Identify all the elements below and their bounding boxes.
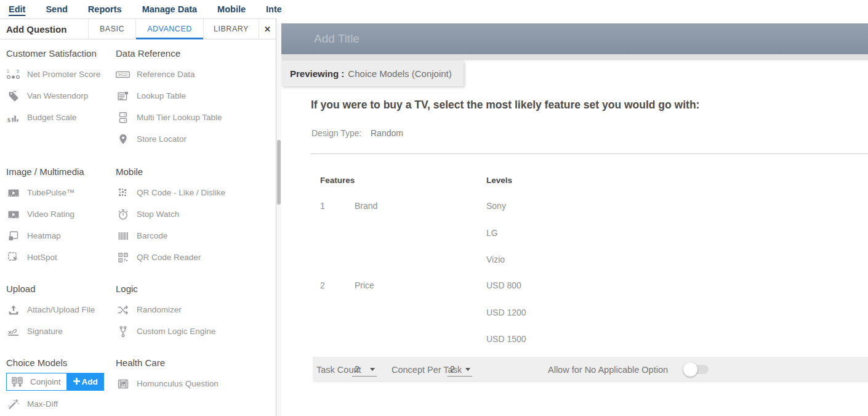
no-applicable-option-label: Allow for No Applicable Option	[548, 357, 668, 382]
item-van-westendorp[interactable]: Van Westendorp	[6, 85, 113, 107]
item-attach-upload-file[interactable]: Attach/Upload File	[6, 299, 113, 320]
qr-code-icon	[116, 187, 130, 199]
add-button-label: Add	[82, 377, 98, 386]
item-barcode[interactable]: Barcode	[116, 225, 275, 247]
barcode-icon	[116, 230, 130, 242]
item-qr-like-dislike[interactable]: QR Code - Like / Dislike	[116, 182, 275, 203]
item-label: Store Locator	[137, 134, 187, 144]
nav-manage-data[interactable]: Manage Data	[142, 4, 197, 14]
svg-text:5: 5	[17, 69, 19, 73]
add-conjoint-button[interactable]: Add	[67, 373, 104, 391]
level-value: Vizio	[486, 255, 505, 264]
item-signature[interactable]: Signature	[6, 320, 113, 342]
item-multi-tier-lookup-table[interactable]: Multi Tier Lookup Table	[116, 107, 275, 128]
video-film-icon	[6, 187, 20, 199]
item-label: Heatmap	[27, 231, 61, 240]
tab-library[interactable]: LIBRARY	[203, 19, 259, 39]
item-label: TubePulse™	[27, 188, 75, 197]
level-value: Sony	[486, 201, 506, 211]
section-title: Choice Models	[6, 357, 113, 369]
nav-edit[interactable]: Edit	[9, 4, 25, 14]
concept-per-task-dropdown[interactable]: 2	[448, 362, 472, 377]
section-data-reference: Data Reference 94122 Reference Data	[116, 47, 275, 150]
item-label: Net Promoter Score	[27, 70, 100, 79]
branch-icon	[116, 325, 130, 338]
section-title: Data Reference	[116, 47, 275, 60]
item-stop-watch[interactable]: Stop Watch	[116, 203, 275, 225]
item-randomizer[interactable]: Randomizer	[116, 299, 275, 320]
item-max-diff[interactable]: Max-Diff	[6, 393, 113, 415]
item-custom-logic-engine[interactable]: Custom Logic Engine	[116, 320, 275, 342]
item-lookup-table[interactable]: Lookup Table	[116, 85, 275, 107]
map-pin-icon	[116, 133, 130, 145]
item-net-promoter-score[interactable]: 1 5 Net Promoter Score	[6, 63, 113, 85]
scrollbar-thumb[interactable]	[277, 140, 281, 205]
toggle-knob	[683, 362, 697, 377]
section-title: Image / Multimedia	[6, 166, 113, 178]
title-bar-divider	[281, 54, 868, 60]
section-title: Customer Satisfaction	[6, 47, 113, 60]
item-label: Custom Logic Engine	[137, 327, 215, 336]
nav-mobile[interactable]: Mobile	[217, 4, 246, 14]
add-question-panel: Add Question BASIC ADVANCED LIBRARY ✕ Cu…	[0, 18, 276, 416]
item-hotspot[interactable]: HotSpot	[6, 247, 113, 268]
level-value: LG	[486, 228, 498, 238]
item-reference-data[interactable]: 94122 Reference Data	[116, 63, 275, 85]
item-video-rating[interactable]: Video Rating	[6, 203, 113, 225]
nav-send[interactable]: Send	[46, 4, 67, 14]
level-value: USD 800	[486, 280, 521, 290]
item-store-locator[interactable]: Store Locator	[116, 128, 275, 150]
item-heatmap[interactable]: Heatmap	[6, 225, 113, 247]
task-count-dropdown[interactable]: 2	[352, 362, 377, 377]
add-title-input[interactable]: Add Title	[281, 23, 868, 54]
qr-reader-icon	[116, 251, 130, 264]
item-label: Reference Data	[137, 70, 195, 79]
svg-text:$: $	[7, 116, 10, 123]
item-tubepulse[interactable]: TubePulse™	[6, 182, 113, 203]
conjoint-settings-bar: Task Count 2 Concept Per Task 2 Allow fo…	[313, 357, 868, 382]
chevron-down-icon	[370, 368, 375, 371]
concept-per-task-value: 2	[450, 364, 455, 374]
filmstrip-image-icon	[116, 378, 130, 390]
question-text: If you were to buy a TV, select the most…	[311, 99, 699, 112]
upload-icon	[6, 304, 20, 316]
item-budget-scale[interactable]: $ Budget Scale	[6, 107, 113, 128]
item-label: QR Code Reader	[137, 253, 201, 262]
item-label: Attach/Upload File	[27, 305, 95, 314]
no-applicable-option-toggle[interactable]	[685, 365, 709, 374]
section-title: Upload	[6, 283, 113, 295]
features-column-header: Features	[320, 176, 355, 185]
close-icon[interactable]: ✕	[259, 19, 276, 39]
previewing-label: Previewing :	[290, 68, 344, 79]
item-qr-code-reader[interactable]: QR Code Reader	[116, 247, 275, 268]
question-preview-panel: Add Title Previewing : Choice Models (Co…	[281, 0, 868, 416]
item-label: Randomizer	[137, 305, 182, 314]
nav-reports[interactable]: Reports	[88, 4, 122, 14]
item-homunculus-question[interactable]: Homunculus Question	[116, 373, 275, 394]
section-health-care: Health Care Homunculus Question	[116, 357, 275, 394]
item-label: Max-Diff	[27, 399, 58, 409]
previewing-value: Choice Models (Conjoint)	[348, 68, 451, 79]
chevron-down-icon	[465, 368, 470, 371]
section-upload: Upload Attach/Upload File	[6, 283, 113, 342]
item-label: Conjoint	[30, 377, 61, 386]
multi-tier-lookup-icon	[116, 112, 130, 124]
item-label: QR Code - Like / Dislike	[137, 188, 225, 197]
lookup-table-icon	[116, 90, 130, 102]
levels-column-header: Levels	[486, 176, 512, 185]
task-count-value: 2	[355, 364, 360, 374]
heatmap-image-icon	[6, 230, 20, 242]
section-title: Logic	[116, 283, 275, 295]
feature-row-number: 2	[320, 280, 325, 290]
item-conjoint[interactable]: Conjoint	[6, 373, 67, 391]
section-image-multimedia: Image / Multimedia TubePulse™	[6, 166, 113, 268]
item-label: Lookup Table	[137, 91, 186, 100]
tab-basic[interactable]: BASIC	[88, 19, 135, 39]
section-mobile: Mobile QR Code - Like / Dislike	[116, 166, 275, 268]
tab-advanced[interactable]: ADVANCED	[135, 19, 203, 39]
item-label: Van Westendorp	[27, 91, 88, 100]
item-label: Multi Tier Lookup Table	[137, 113, 222, 122]
shuffle-icon	[116, 304, 130, 316]
section-choice-models: Choice Models Conjoint	[6, 357, 113, 415]
level-value: USD 1500	[486, 334, 526, 344]
